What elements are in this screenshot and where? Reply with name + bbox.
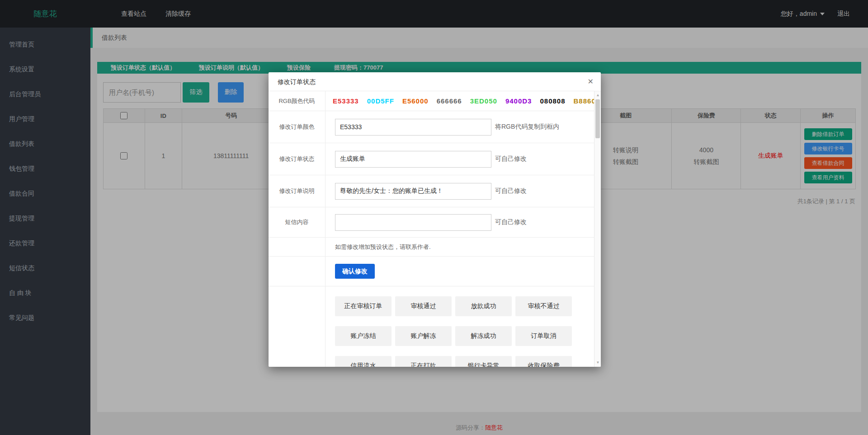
modal-title: 修改订单状态 [278,78,316,85]
scroll-up-icon[interactable]: ▲ [594,92,601,98]
order-status-label: 修改订单状态 [269,143,326,175]
note-label-empty [269,238,326,256]
scroll-down-icon[interactable]: ▼ [594,360,601,366]
close-icon[interactable]: ✕ [588,72,594,91]
modal-scrollbar[interactable]: ▲ ▼ [594,91,601,367]
order-desc-input[interactable] [335,183,491,200]
order-status-hint: 可自己修改 [495,155,527,163]
order-desc-hint: 可自己修改 [495,187,527,195]
rgb-code-cyan[interactable]: 00D5FF [367,97,394,105]
sms-content-label: 短信内容 [269,207,326,237]
preset-bank-card-abnormal-button[interactable]: 银行卡异常 [455,356,512,367]
order-desc-label: 修改订单说明 [269,175,326,207]
rgb-code-gray[interactable]: 666666 [437,97,462,105]
preset-account-frozen-button[interactable]: 账户冻结 [335,326,392,346]
order-color-label: 修改订单颜色 [269,111,326,143]
preset-account-unfrozen-button[interactable]: 账户解冻 [395,326,452,346]
rgb-code-green[interactable]: 3ED050 [470,97,497,105]
preset-review-passed-button[interactable]: 审核通过 [395,296,452,316]
presets-label-empty [269,286,326,367]
confirm-row: 确认修改 [269,257,594,286]
preset-collect-insurance-button[interactable]: 收取保险费 [515,356,572,367]
edit-order-status-modal: 修改订单状态 ✕ RGB颜色代码 E53333 00D5FF E56000 66… [269,72,601,367]
order-color-hint: 将RGB代码复制到框内 [495,123,559,131]
preset-review-failed-button[interactable]: 审核不通过 [515,296,572,316]
note-row: 如需修改增加预设状态，请联系作者. [269,238,594,257]
rgb-code-list: E53333 00D5FF E56000 666666 3ED050 9400D… [326,97,601,105]
rgb-code-purple[interactable]: 9400D3 [505,97,532,105]
scrollbar-thumb[interactable] [595,99,600,138]
rgb-code-black[interactable]: 080808 [540,97,565,105]
rgb-codes-label: RGB颜色代码 [269,91,326,111]
rgb-code-red[interactable]: E53333 [333,97,359,105]
preset-credit-flow-button[interactable]: 信用流水 [335,356,392,367]
order-color-input[interactable] [335,119,491,136]
confirm-label-empty [269,257,326,286]
preset-unfreeze-success-button[interactable]: 解冻成功 [455,326,512,346]
contact-author-note: 如需修改增加预设状态，请联系作者. [326,243,431,251]
preset-reviewing-order-button[interactable]: 正在审核订单 [335,296,392,316]
preset-buttons-row: 正在审核订单 审核通过 放款成功 审核不通过 账户冻结 账户解冻 解冻成功 订单… [269,286,594,367]
modal-title-bar: 修改订单状态 ✕ [269,72,601,91]
order-color-row: 修改订单颜色 将RGB代码复制到框内 [269,111,594,143]
order-status-row: 修改订单状态 可自己修改 [269,143,594,175]
preset-paying-button[interactable]: 正在打款 [395,356,452,367]
rgb-code-orange[interactable]: E56000 [402,97,429,105]
preset-loan-success-button[interactable]: 放款成功 [455,296,512,316]
order-desc-row: 修改订单说明 可自己修改 [269,175,594,207]
sms-content-hint: 可自己修改 [495,218,527,226]
sms-content-input[interactable] [335,214,491,231]
preset-buttons-grid: 正在审核订单 审核通过 放款成功 审核不通过 账户冻结 账户解冻 解冻成功 订单… [326,286,572,367]
preset-order-cancelled-button[interactable]: 订单取消 [515,326,572,346]
rgb-codes-row: RGB颜色代码 E53333 00D5FF E56000 666666 3ED0… [269,91,594,111]
sms-content-row: 短信内容 可自己修改 [269,207,594,238]
order-status-input[interactable] [335,151,491,168]
confirm-edit-button[interactable]: 确认修改 [335,264,375,279]
